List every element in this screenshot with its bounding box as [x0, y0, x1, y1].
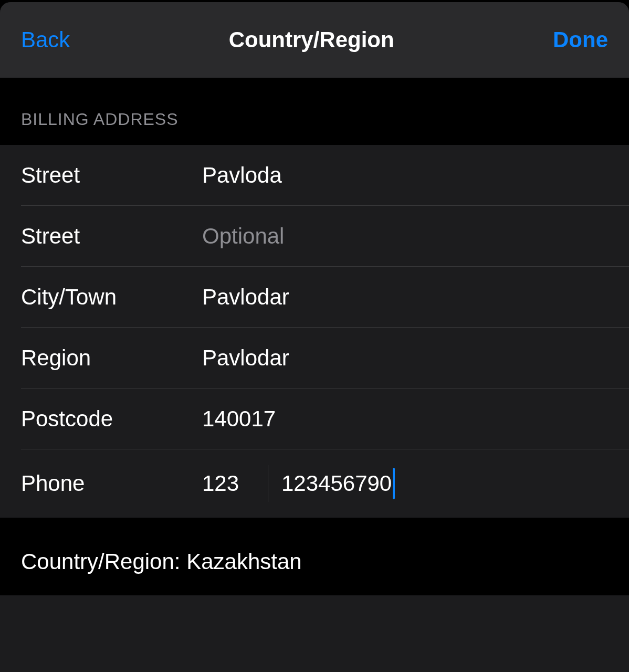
phone-label: Phone — [21, 471, 202, 496]
postcode-row: Postcode — [0, 388, 629, 449]
section-header-billing: BILLING ADDRESS — [0, 78, 629, 145]
modal-header: Back Country/Region Done — [0, 2, 629, 78]
street1-label: Street — [21, 163, 202, 188]
phone-number-wrap[interactable]: 123456790 — [281, 468, 395, 499]
region-label: Region — [21, 345, 202, 371]
street1-row: Street — [0, 145, 629, 206]
country-region-footer: Country/Region: Kazakhstan — [0, 518, 629, 595]
billing-form-group: Street Street City/Town Region Postcode — [0, 145, 629, 518]
street1-input[interactable] — [202, 163, 629, 188]
phone-row: Phone 123 123456790 — [0, 449, 629, 518]
street2-row: Street — [0, 206, 629, 267]
country-region-value: Kazakhstan — [186, 549, 301, 574]
country-region-label: Country/Region: — [21, 549, 186, 574]
city-label: City/Town — [21, 285, 202, 310]
country-region-modal: Back Country/Region Done BILLING ADDRESS… — [0, 2, 629, 672]
postcode-input[interactable] — [202, 406, 629, 432]
phone-number-input[interactable]: 123456790 — [281, 471, 392, 496]
region-row: Region — [0, 328, 629, 388]
done-button[interactable]: Done — [553, 27, 608, 52]
back-button[interactable]: Back — [21, 27, 70, 52]
phone-input-group: 123 123456790 — [202, 465, 629, 502]
street2-label: Street — [21, 224, 202, 249]
phone-divider — [268, 465, 268, 502]
modal-content: BILLING ADDRESS Street Street City/Town … — [0, 78, 629, 595]
phone-code-input[interactable]: 123 — [202, 471, 265, 496]
city-row: City/Town — [0, 267, 629, 328]
region-input[interactable] — [202, 345, 629, 371]
postcode-label: Postcode — [21, 406, 202, 432]
city-input[interactable] — [202, 285, 629, 310]
modal-title: Country/Region — [70, 27, 553, 52]
text-cursor — [393, 468, 395, 499]
street2-input[interactable] — [202, 224, 629, 249]
